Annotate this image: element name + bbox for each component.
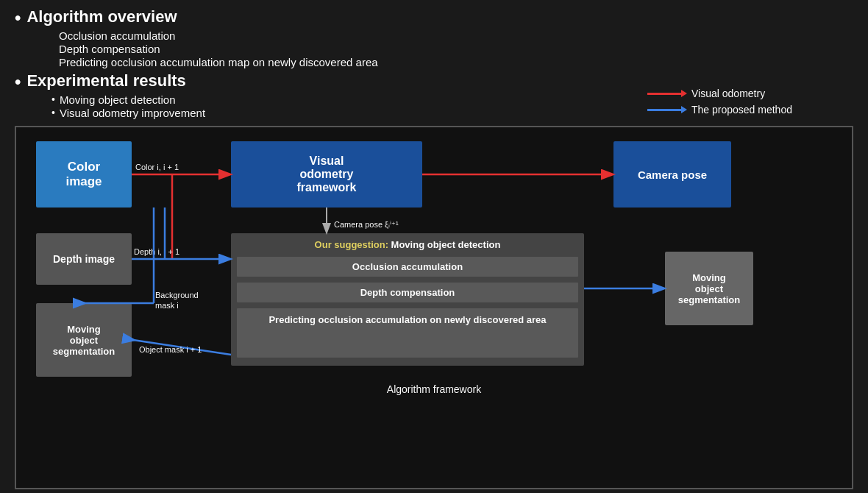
moving-seg-left-label: Moving object segmentation — [53, 324, 115, 357]
algorithm-list: Occlusion accumulation Depth compensatio… — [59, 29, 618, 68]
algo-item-3: Predicting occlusion accumulation map on… — [59, 56, 618, 68]
svg-text:Depth i, i + 1: Depth i, i + 1 — [134, 247, 179, 256]
legend-red-label: Visual odometry — [691, 88, 765, 99]
legend-blue: The proposed method — [647, 104, 853, 116]
predicting-box: Predicting occlusion accumulation on new… — [237, 308, 578, 358]
svg-text:Camera pose ξᵢⁱ⁺¹: Camera pose ξᵢⁱ⁺¹ — [334, 220, 399, 229]
visual-odometry-label: Visual odometry framework — [297, 155, 357, 194]
legend-blue-label: The proposed method — [691, 104, 792, 116]
moving-seg-right-box: Moving object segmentation — [665, 252, 753, 325]
suggestion-box: Our suggestion: Moving object detection … — [231, 233, 584, 366]
occlusion-acc-label: Occlusion accumulation — [352, 261, 463, 272]
heading-experimental: Experimental results — [15, 71, 618, 92]
legend-red-line — [647, 93, 684, 95]
predicting-label: Predicting occlusion accumulation on new… — [268, 314, 546, 325]
left-text: Algorithm overview Occlusion accumulatio… — [15, 7, 618, 120]
main-container: Algorithm overview Occlusion accumulatio… — [0, 0, 868, 493]
diagram-wrapper: Color image Visual odometry framework Ca… — [15, 126, 853, 489]
exp-item-2: Visual odometry improvement — [51, 107, 618, 119]
diagram: Color image Visual odometry framework Ca… — [25, 138, 843, 380]
legend: Visual odometry The proposed method — [647, 7, 853, 120]
color-image-label: Color image — [65, 160, 102, 189]
heading-algorithm: Algorithm overview — [15, 7, 618, 28]
algo-item-1: Occlusion accumulation — [59, 29, 618, 42]
experimental-list: Moving object detection Visual odometry … — [51, 93, 618, 119]
heading-algorithm-text: Algorithm overview — [26, 7, 177, 26]
depth-image-label: Depth image — [53, 253, 115, 265]
svg-text:Background: Background — [155, 291, 199, 299]
camera-pose-label: Camera pose — [638, 169, 707, 181]
legend-blue-line — [647, 109, 684, 111]
moving-seg-right-label: Moving object segmentation — [678, 272, 741, 305]
svg-text:Color i, i + 1: Color i, i + 1 — [135, 163, 179, 171]
svg-line-10 — [133, 340, 231, 355]
exp-item-1: Moving object detection — [51, 93, 618, 106]
diagram-caption: Algorithm framework — [25, 383, 843, 395]
svg-text:Object mask i + 1: Object mask i + 1 — [139, 345, 202, 354]
depth-image-box: Depth image — [36, 233, 132, 285]
diagram-caption-text: Algorithm framework — [387, 383, 481, 395]
camera-pose-box: Camera pose — [613, 141, 731, 208]
visual-odometry-box: Visual odometry framework — [231, 141, 422, 208]
algo-item-2: Depth compensation — [59, 43, 618, 55]
exp-item-1-text: Moving object detection — [60, 93, 176, 106]
depth-comp-label: Depth compensation — [360, 287, 455, 298]
legend-red: Visual odometry — [647, 88, 853, 99]
suggestion-header: Our suggestion: Moving object detection — [237, 239, 578, 250]
svg-text:mask i: mask i — [155, 301, 179, 310]
top-section: Algorithm overview Occlusion accumulatio… — [15, 7, 853, 120]
moving-seg-left-box: Moving object segmentation — [36, 303, 132, 377]
occlusion-acc-box: Occlusion accumulation — [237, 257, 578, 277]
exp-item-2-text: Visual odometry improvement — [60, 107, 205, 119]
suggestion-header-yellow: Our suggestion: — [315, 239, 388, 250]
heading-experimental-text: Experimental results — [26, 71, 185, 91]
color-image-box: Color image — [36, 141, 132, 208]
depth-comp-box: Depth compensation — [237, 283, 578, 302]
suggestion-header-white: Moving object detection — [388, 239, 500, 250]
